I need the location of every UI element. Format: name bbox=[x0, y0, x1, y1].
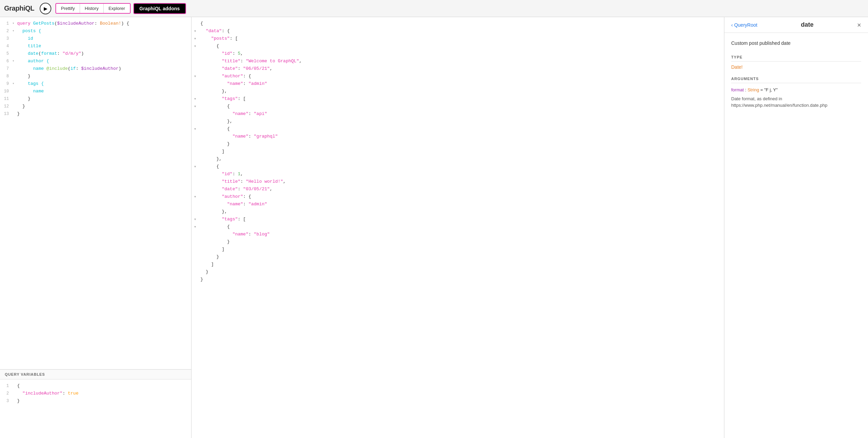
docs-type-value: Date! bbox=[731, 64, 861, 70]
result-line: ] bbox=[192, 148, 724, 155]
collapse-arrow[interactable]: ▾ bbox=[194, 193, 200, 201]
collapse-arrow[interactable]: ▾ bbox=[12, 20, 17, 27]
line-number: 2 bbox=[0, 27, 12, 35]
code-line: 2▾ posts { bbox=[0, 27, 191, 35]
collapse-arrow[interactable]: ▾ bbox=[194, 42, 200, 50]
docs-header: ‹ QueryRoot date × bbox=[724, 17, 868, 33]
toolbar-group: Prettify History Explorer bbox=[55, 3, 130, 14]
type-name: Date! bbox=[731, 64, 742, 70]
line-content: date(format: "d/m/y") bbox=[17, 50, 191, 57]
line-content: posts { bbox=[17, 27, 191, 35]
code-line: 1▾query GetPosts($includeAuthor: Boolean… bbox=[0, 20, 191, 27]
explorer-button[interactable]: Explorer bbox=[104, 4, 130, 13]
line-number: 1 bbox=[0, 382, 12, 390]
result-line: ▾ "tags": [ bbox=[192, 216, 724, 223]
line-content: } bbox=[17, 397, 191, 405]
collapse-arrow bbox=[194, 57, 200, 65]
collapse-arrow[interactable]: ▾ bbox=[194, 103, 200, 110]
line-number: 3 bbox=[0, 397, 12, 405]
line-content: name bbox=[17, 88, 191, 95]
code-line: 3 id bbox=[0, 35, 191, 42]
line-content: } bbox=[17, 110, 191, 118]
collapse-arrow[interactable]: ▾ bbox=[12, 27, 17, 35]
line-number: 12 bbox=[0, 103, 12, 110]
result-line: ▾ "tags": [ bbox=[192, 95, 724, 103]
line-number: 1 bbox=[0, 20, 12, 27]
prettify-button[interactable]: Prettify bbox=[56, 4, 80, 13]
variables-header: Query Variables bbox=[0, 370, 191, 379]
docs-content: Custom post published date TYPE Date! AR… bbox=[724, 33, 868, 438]
app-logo: GraphiQL bbox=[4, 4, 34, 12]
line-number: 9 bbox=[0, 80, 12, 88]
arg-name: format bbox=[731, 87, 744, 92]
collapse-arrow[interactable]: ▾ bbox=[12, 57, 17, 65]
code-line: 4 title bbox=[0, 42, 191, 50]
docs-arg-format: format : String = "F j, Y" bbox=[731, 87, 861, 93]
result-line: "id": 1, bbox=[192, 170, 724, 178]
collapse-arrow bbox=[194, 185, 200, 193]
line-content: { bbox=[17, 382, 191, 390]
query-editor[interactable]: 1▾query GetPosts($includeAuthor: Boolean… bbox=[0, 17, 191, 370]
docs-back-link[interactable]: ‹ QueryRoot bbox=[731, 22, 757, 28]
line-number: 13 bbox=[0, 110, 12, 118]
code-line: 2 "includeAuthor": true bbox=[0, 390, 191, 397]
result-line: } bbox=[192, 140, 724, 148]
collapse-arrow bbox=[194, 88, 200, 95]
chevron-left-icon: ‹ bbox=[731, 22, 733, 28]
result-line: ▾ { bbox=[192, 163, 724, 170]
result-line: "date": "06/05/21", bbox=[192, 65, 724, 73]
line-number: 5 bbox=[0, 50, 12, 57]
result-line: "id": 5, bbox=[192, 50, 724, 57]
code-line: 5 date(format: "d/m/y") bbox=[0, 50, 191, 57]
collapse-arrow[interactable]: ▾ bbox=[12, 80, 17, 88]
code-line: 7 name @include(if: $includeAuthor) bbox=[0, 65, 191, 73]
result-line: "title": "Welcome to GraphQL", bbox=[192, 57, 724, 65]
collapse-arrow[interactable]: ▾ bbox=[194, 95, 200, 103]
docs-arguments-section: ARGUMENTS format : String = "F j, Y" Dat… bbox=[731, 77, 861, 109]
code-line: 1{ bbox=[0, 382, 191, 390]
result-area: {▾ "data": {▾ "posts": [▾ { "id": 5, "ti… bbox=[192, 17, 724, 438]
docs-close-button[interactable]: × bbox=[857, 22, 861, 28]
result-line: ▾ { bbox=[192, 42, 724, 50]
collapse-arrow[interactable]: ▾ bbox=[194, 163, 200, 170]
line-number: 11 bbox=[0, 95, 12, 103]
editor-panel: 1▾query GetPosts($includeAuthor: Boolean… bbox=[0, 17, 192, 438]
result-line: } bbox=[192, 276, 724, 283]
collapse-arrow[interactable]: ▾ bbox=[194, 223, 200, 231]
collapse-arrow bbox=[194, 261, 200, 268]
line-number: 2 bbox=[0, 390, 12, 397]
collapse-arrow[interactable]: ▾ bbox=[194, 35, 200, 42]
collapse-arrow[interactable]: ▾ bbox=[194, 27, 200, 35]
collapse-arrow bbox=[194, 178, 200, 185]
code-line: 10 name bbox=[0, 88, 191, 95]
arguments-section-label: ARGUMENTS bbox=[731, 77, 861, 83]
result-line: "name": "admin" bbox=[192, 201, 724, 208]
code-line: 3} bbox=[0, 397, 191, 405]
addons-badge: GraphiQL addons bbox=[133, 3, 186, 14]
collapse-arrow bbox=[194, 133, 200, 140]
code-line: 8 } bbox=[0, 73, 191, 80]
play-icon: ▶ bbox=[44, 6, 48, 11]
collapse-arrow[interactable]: ▾ bbox=[194, 125, 200, 133]
variables-panel: Query Variables 1{2 "includeAuthor": tru… bbox=[0, 370, 191, 438]
collapse-arrow bbox=[194, 50, 200, 57]
collapse-arrow bbox=[194, 155, 200, 163]
result-line: ▾ "author": { bbox=[192, 73, 724, 80]
collapse-arrow[interactable]: ▾ bbox=[194, 73, 200, 80]
docs-description: Custom post published date bbox=[731, 40, 861, 47]
result-line: }, bbox=[192, 88, 724, 95]
collapse-arrow bbox=[194, 276, 200, 283]
line-content: } bbox=[17, 95, 191, 103]
code-line: 9▾ tags { bbox=[0, 80, 191, 88]
collapse-arrow bbox=[194, 148, 200, 155]
result-line: } bbox=[192, 253, 724, 261]
collapse-arrow bbox=[194, 201, 200, 208]
run-button[interactable]: ▶ bbox=[40, 3, 51, 14]
history-button[interactable]: History bbox=[80, 4, 104, 13]
line-content: author { bbox=[17, 57, 191, 65]
result-line: ] bbox=[192, 246, 724, 253]
header: GraphiQL ▶ Prettify History Explorer Gra… bbox=[0, 0, 868, 17]
docs-type-section: TYPE Date! bbox=[731, 55, 861, 70]
result-line: ▾ "author": { bbox=[192, 193, 724, 201]
collapse-arrow[interactable]: ▾ bbox=[194, 216, 200, 223]
